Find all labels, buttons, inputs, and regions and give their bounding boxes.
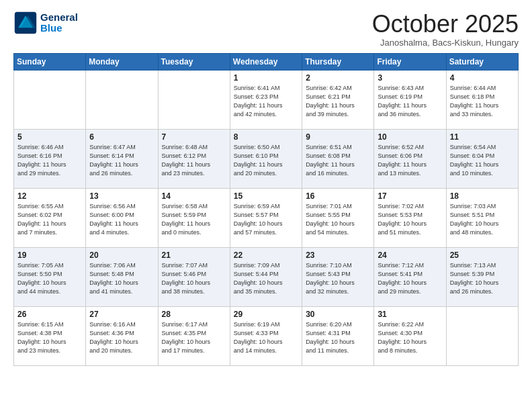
day-info: Sunrise: 6:50 AMSunset: 6:10 PMDaylight:… (234, 143, 298, 178)
col-header-thursday: Thursday (302, 53, 374, 70)
day-info: Sunrise: 7:10 AMSunset: 5:43 PMDaylight:… (306, 261, 370, 296)
day-info: Sunrise: 6:47 AMSunset: 6:14 PMDaylight:… (89, 143, 154, 178)
day-number: 24 (378, 250, 442, 260)
day-number: 17 (378, 191, 442, 201)
calendar-cell: 16Sunrise: 7:01 AMSunset: 5:55 PMDayligh… (302, 188, 374, 247)
calendar-cell: 31Sunrise: 6:22 AMSunset: 4:30 PMDayligh… (374, 306, 446, 365)
day-number: 26 (17, 310, 82, 319)
day-info: Sunrise: 6:46 AMSunset: 6:16 PMDaylight:… (17, 143, 82, 178)
day-number: 22 (234, 250, 298, 260)
col-header-tuesday: Tuesday (158, 53, 230, 70)
calendar-cell: 5Sunrise: 6:46 AMSunset: 6:16 PMDaylight… (14, 129, 86, 188)
calendar-cell: 19Sunrise: 7:05 AMSunset: 5:50 PMDayligh… (14, 247, 86, 306)
day-number: 2 (306, 73, 370, 83)
week-row-4: 19Sunrise: 7:05 AMSunset: 5:50 PMDayligh… (14, 247, 519, 306)
calendar-cell: 1Sunrise: 6:41 AMSunset: 6:23 PMDaylight… (230, 70, 302, 129)
day-info: Sunrise: 6:48 AMSunset: 6:12 PMDaylight:… (162, 143, 226, 178)
day-info: Sunrise: 6:58 AMSunset: 5:59 PMDaylight:… (162, 202, 226, 237)
day-info: Sunrise: 7:05 AMSunset: 5:50 PMDaylight:… (17, 261, 82, 296)
day-number: 21 (162, 250, 226, 260)
day-info: Sunrise: 7:02 AMSunset: 5:53 PMDaylight:… (378, 202, 442, 237)
day-number: 4 (450, 73, 515, 83)
calendar-cell: 17Sunrise: 7:02 AMSunset: 5:53 PMDayligh… (374, 188, 446, 247)
calendar-cell: 25Sunrise: 7:13 AMSunset: 5:39 PMDayligh… (446, 247, 518, 306)
day-number: 1 (234, 73, 298, 83)
calendar-cell: 18Sunrise: 7:03 AMSunset: 5:51 PMDayligh… (446, 188, 518, 247)
day-number: 8 (234, 132, 298, 142)
day-info: Sunrise: 6:55 AMSunset: 6:02 PMDaylight:… (17, 202, 82, 237)
calendar-cell: 4Sunrise: 6:44 AMSunset: 6:18 PMDaylight… (446, 70, 518, 129)
day-info: Sunrise: 7:09 AMSunset: 5:44 PMDaylight:… (234, 261, 298, 296)
calendar-cell: 15Sunrise: 6:59 AMSunset: 5:57 PMDayligh… (230, 188, 302, 247)
calendar-cell: 13Sunrise: 6:56 AMSunset: 6:00 PMDayligh… (86, 188, 158, 247)
calendar-cell: 7Sunrise: 6:48 AMSunset: 6:12 PMDaylight… (158, 129, 230, 188)
day-info: Sunrise: 6:59 AMSunset: 5:57 PMDaylight:… (234, 202, 298, 237)
week-row-3: 12Sunrise: 6:55 AMSunset: 6:02 PMDayligh… (14, 188, 519, 247)
day-number: 31 (378, 310, 442, 319)
day-number: 19 (17, 250, 82, 260)
day-number: 20 (89, 250, 154, 260)
calendar-cell: 20Sunrise: 7:06 AMSunset: 5:48 PMDayligh… (86, 247, 158, 306)
calendar-cell: 28Sunrise: 6:17 AMSunset: 4:35 PMDayligh… (158, 306, 230, 365)
day-info: Sunrise: 7:03 AMSunset: 5:51 PMDaylight:… (450, 202, 515, 237)
day-info: Sunrise: 6:41 AMSunset: 6:23 PMDaylight:… (234, 84, 298, 119)
logo-general: General (40, 11, 78, 23)
calendar-cell: 14Sunrise: 6:58 AMSunset: 5:59 PMDayligh… (158, 188, 230, 247)
col-header-wednesday: Wednesday (230, 53, 302, 70)
day-number: 15 (234, 191, 298, 201)
day-info: Sunrise: 7:12 AMSunset: 5:41 PMDaylight:… (378, 261, 442, 296)
calendar-cell: 30Sunrise: 6:20 AMSunset: 4:31 PMDayligh… (302, 306, 374, 365)
day-number: 3 (378, 73, 442, 83)
day-info: Sunrise: 7:07 AMSunset: 5:46 PMDaylight:… (162, 261, 226, 296)
day-info: Sunrise: 7:01 AMSunset: 5:55 PMDaylight:… (306, 202, 370, 237)
col-header-monday: Monday (86, 53, 158, 70)
day-info: Sunrise: 6:56 AMSunset: 6:00 PMDaylight:… (89, 202, 154, 237)
day-number: 28 (162, 310, 226, 319)
day-number: 7 (162, 132, 226, 142)
calendar: SundayMondayTuesdayWednesdayThursdayFrid… (13, 53, 519, 366)
day-info: Sunrise: 6:44 AMSunset: 6:18 PMDaylight:… (450, 84, 515, 119)
calendar-cell: 27Sunrise: 6:16 AMSunset: 4:36 PMDayligh… (86, 306, 158, 365)
logo-icon (13, 11, 38, 35)
calendar-cell: 6Sunrise: 6:47 AMSunset: 6:14 PMDaylight… (86, 129, 158, 188)
day-number: 14 (162, 191, 226, 201)
week-row-5: 26Sunrise: 6:15 AMSunset: 4:38 PMDayligh… (14, 306, 519, 365)
day-info: Sunrise: 6:15 AMSunset: 4:38 PMDaylight:… (17, 320, 82, 355)
day-info: Sunrise: 6:43 AMSunset: 6:19 PMDaylight:… (378, 84, 442, 119)
week-row-1: 1Sunrise: 6:41 AMSunset: 6:23 PMDaylight… (14, 70, 519, 129)
day-number: 23 (306, 250, 370, 260)
header: General Blue October 2025 Janoshalma, Ba… (13, 11, 519, 48)
day-number: 9 (306, 132, 370, 142)
day-number: 5 (17, 132, 82, 142)
day-info: Sunrise: 6:19 AMSunset: 4:33 PMDaylight:… (234, 320, 298, 355)
calendar-cell: 29Sunrise: 6:19 AMSunset: 4:33 PMDayligh… (230, 306, 302, 365)
col-header-sunday: Sunday (14, 53, 86, 70)
day-number: 6 (89, 132, 154, 142)
logo-text: General Blue (40, 12, 78, 34)
day-info: Sunrise: 6:54 AMSunset: 6:04 PMDaylight:… (450, 143, 515, 178)
calendar-cell: 3Sunrise: 6:43 AMSunset: 6:19 PMDaylight… (374, 70, 446, 129)
title-block: October 2025 Janoshalma, Bacs-Kiskun, Hu… (372, 11, 519, 48)
day-info: Sunrise: 6:22 AMSunset: 4:30 PMDaylight:… (378, 320, 442, 355)
calendar-cell: 2Sunrise: 6:42 AMSunset: 6:21 PMDaylight… (302, 70, 374, 129)
day-number: 18 (450, 191, 515, 201)
day-info: Sunrise: 6:17 AMSunset: 4:35 PMDaylight:… (162, 320, 226, 355)
day-number: 10 (378, 132, 442, 142)
calendar-cell (86, 70, 158, 129)
day-info: Sunrise: 7:06 AMSunset: 5:48 PMDaylight:… (89, 261, 154, 296)
day-info: Sunrise: 6:52 AMSunset: 6:06 PMDaylight:… (378, 143, 442, 178)
month-title: October 2025 (372, 11, 519, 38)
calendar-cell: 11Sunrise: 6:54 AMSunset: 6:04 PMDayligh… (446, 129, 518, 188)
calendar-cell (14, 70, 86, 129)
calendar-cell: 8Sunrise: 6:50 AMSunset: 6:10 PMDaylight… (230, 129, 302, 188)
day-number: 30 (306, 310, 370, 319)
calendar-cell: 24Sunrise: 7:12 AMSunset: 5:41 PMDayligh… (374, 247, 446, 306)
logo-blue: Blue (40, 22, 62, 34)
calendar-cell (158, 70, 230, 129)
day-number: 16 (306, 191, 370, 201)
week-row-2: 5Sunrise: 6:46 AMSunset: 6:16 PMDaylight… (14, 129, 519, 188)
day-info: Sunrise: 6:20 AMSunset: 4:31 PMDaylight:… (306, 320, 370, 355)
day-number: 29 (234, 310, 298, 319)
day-number: 27 (89, 310, 154, 319)
calendar-cell (446, 306, 518, 365)
